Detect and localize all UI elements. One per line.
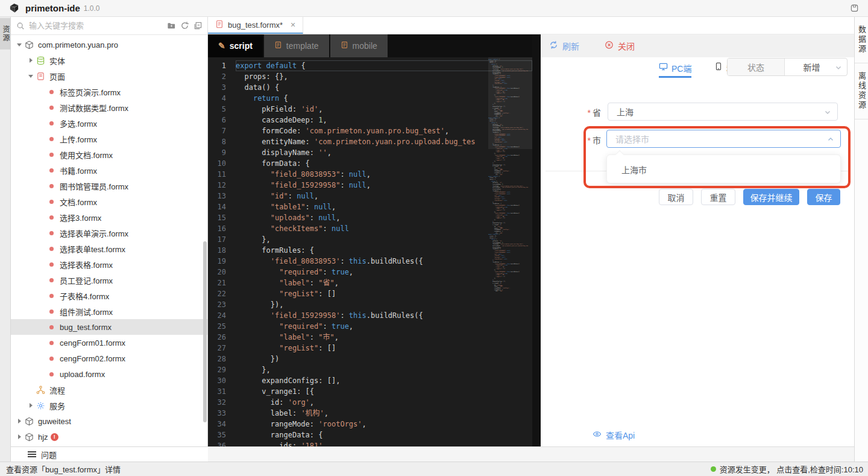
tree-item-label: 选择3.formx — [60, 212, 101, 223]
dot-icon — [49, 247, 54, 251]
phone-icon — [714, 62, 723, 72]
dot-icon — [49, 372, 54, 376]
tree-item[interactable]: 组件测试.formx — [11, 303, 207, 319]
province-select[interactable]: 上海 — [608, 103, 838, 121]
sidebar-tab-resources[interactable]: 资源 — [0, 18, 11, 49]
tree-item[interactable]: 文档.formx — [11, 194, 207, 209]
right-sidebar: 数据源离线资源 — [854, 17, 868, 462]
app-version: 1.0.0 — [84, 4, 100, 13]
cancel-button[interactable]: 取消 — [659, 189, 693, 205]
line-number: 25 — [208, 321, 236, 332]
tree-item[interactable]: guweitest — [11, 413, 207, 429]
code-line: 1export default { — [208, 60, 532, 71]
tree-item[interactable]: 标签页演示.formx — [11, 84, 207, 100]
tree-item[interactable]: cengForm01.formx — [11, 335, 207, 351]
new-folder-icon[interactable] — [166, 21, 176, 31]
line-number: 29 — [208, 364, 236, 375]
line-number: 36 — [208, 440, 236, 446]
required-mark: * — [588, 136, 591, 145]
tree-item[interactable]: 上传.formx — [11, 131, 207, 147]
save-button[interactable]: 保存 — [807, 189, 840, 205]
tree-item[interactable]: 流程 — [11, 382, 207, 398]
line-number: 13 — [208, 191, 236, 202]
mobile-doc-icon — [341, 41, 348, 51]
list-icon — [28, 451, 36, 457]
tree-item[interactable]: 多选.formx — [11, 115, 207, 131]
status-left-text[interactable]: 查看资源「bug_test.formx」详情 — [6, 463, 121, 475]
tree-item[interactable]: cengForm02.formx — [11, 351, 207, 366]
line-number: 9 — [208, 147, 236, 158]
dot-icon — [49, 137, 54, 141]
activity-bar: 资源 — [0, 17, 11, 462]
right-tab-datasource[interactable]: 数据源 — [855, 17, 868, 63]
tree-item[interactable]: 书籍.formx — [11, 162, 207, 178]
status-select[interactable]: 状态 新增 — [727, 58, 848, 76]
code-line: 26 "label": "市", — [208, 332, 532, 343]
tree-item[interactable]: 测试数据类型.formx — [11, 100, 207, 115]
dropdown-option-shanghai[interactable]: 上海市 — [607, 155, 840, 184]
code-line: 19 'field_80838953': this.buildRules({ — [208, 256, 532, 267]
tree-item[interactable]: upload.formx — [11, 366, 207, 382]
refresh-button[interactable]: 刷新 — [549, 40, 579, 52]
province-label-text: 省 — [593, 108, 601, 118]
tree-item[interactable]: 选择3.formx — [11, 209, 207, 225]
save-continue-button[interactable]: 保存并继续 — [743, 189, 799, 205]
tree-item-label: 测试数据类型.formx — [60, 102, 128, 113]
tab-script-label: script — [230, 41, 253, 51]
reset-button[interactable]: 重置 — [701, 189, 735, 205]
tree-item[interactable]: 选择表单演示.formx — [11, 225, 207, 241]
tree-item[interactable]: 实体 — [11, 52, 207, 68]
tree-item[interactable]: 图书馆管理员.formx — [11, 178, 207, 194]
line-number: 14 — [208, 202, 236, 212]
tree-item[interactable]: hjz! — [11, 429, 207, 445]
tab-mobile[interactable]: mobile — [330, 34, 388, 57]
tree-item[interactable]: bug_test.formx — [11, 319, 207, 335]
package-icon — [24, 416, 34, 426]
tab-script[interactable]: ✎ script — [208, 34, 263, 57]
code-line: 4 return { — [208, 93, 532, 104]
line-number: 33 — [208, 408, 236, 419]
city-dropdown: 上海市 — [606, 154, 841, 183]
line-number: 20 — [208, 267, 236, 278]
city-select[interactable]: 请选择市 — [606, 130, 841, 148]
code-line: 13 "id": null, — [208, 191, 532, 202]
panel-toggle-icon[interactable] — [850, 4, 860, 13]
code-line: 29 }, — [208, 364, 532, 375]
close-tab-icon[interactable]: × — [291, 20, 295, 30]
status-right[interactable]: 资源发生变更， 点击查看,检查时间:10:10 — [711, 463, 863, 475]
tree-item[interactable]: 使用文档.formx — [11, 147, 207, 162]
tree-item-label: 选择表单test.formx — [60, 243, 125, 255]
tree-item[interactable]: com.primeton.yuan.pro — [11, 37, 207, 52]
tree-item[interactable]: 员工登记.formx — [11, 272, 207, 288]
bottom-band — [208, 446, 854, 462]
view-api-link[interactable]: 查看Api — [593, 429, 635, 441]
refresh-tree-icon[interactable] — [180, 21, 189, 31]
minimap-viewport[interactable] — [488, 57, 532, 149]
package-icon — [24, 432, 34, 442]
tab-template[interactable]: template — [264, 34, 329, 57]
tree-item-label: bug_test.formx — [60, 323, 112, 332]
tree-item[interactable]: 选择表单test.formx — [11, 241, 207, 256]
problems-bar[interactable]: 问题 — [11, 446, 208, 462]
search-input[interactable] — [29, 21, 163, 30]
tree-item[interactable]: 选择表格.formx — [11, 256, 207, 272]
tree-item[interactable]: 服务 — [11, 398, 207, 413]
line-number: 10 — [208, 158, 236, 169]
tab-pc-device[interactable]: PC端 — [659, 62, 691, 78]
right-tab-offline-resources[interactable]: 离线资源 — [855, 63, 868, 119]
tree-item-label: 书籍.formx — [60, 165, 97, 176]
collapse-all-icon[interactable] — [193, 21, 203, 31]
dot-icon — [49, 231, 54, 235]
file-tab-bug-test[interactable]: bug_test.formx* × — [208, 17, 303, 34]
status-right-text: 资源发生变更， 点击查看,检查时间:10:10 — [720, 463, 863, 475]
line-number: 22 — [208, 288, 236, 299]
close-preview-button[interactable]: 关闭 — [605, 40, 635, 52]
editor-scrollbar[interactable] — [532, 34, 541, 446]
tree-item[interactable]: 子表格4.formx — [11, 288, 207, 303]
tree-scrollbar[interactable] — [203, 241, 207, 422]
code-area[interactable]: 1export default {2 props: {},3 data() {4… — [208, 57, 532, 446]
code-line: 2 props: {}, — [208, 71, 532, 82]
code-line: 18 formRules: { — [208, 245, 532, 256]
status-select-value[interactable]: 新增 — [785, 59, 847, 75]
tree-item[interactable]: 页面 — [11, 68, 207, 84]
